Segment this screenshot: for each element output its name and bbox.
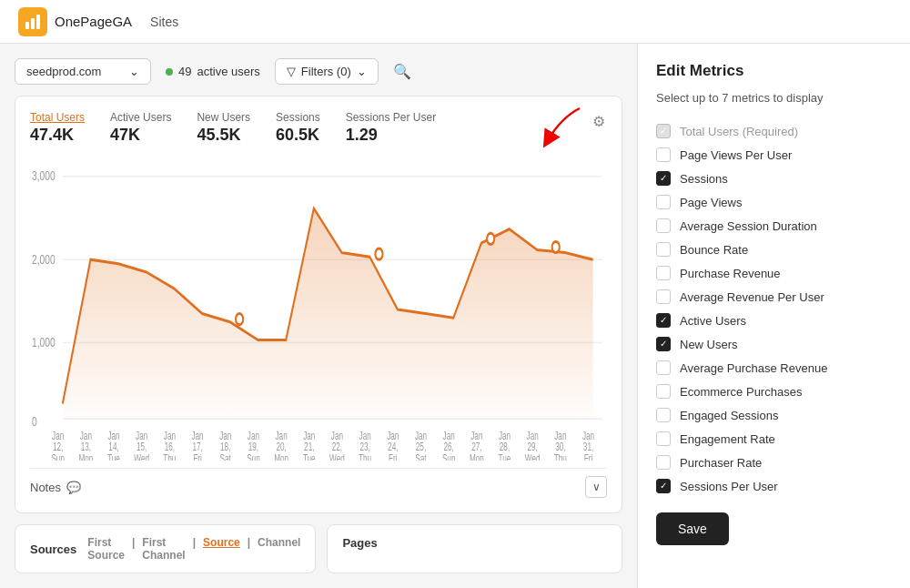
checkbox-15[interactable]: ✓ bbox=[656, 479, 671, 493]
panel-subtitle: Select up to 7 metrics to display bbox=[656, 91, 892, 105]
metric-sessions: Sessions 60.5K bbox=[276, 111, 320, 145]
tab-source[interactable]: Source bbox=[203, 536, 240, 562]
metric-label-total-users: Total Users bbox=[30, 111, 85, 124]
metric-option-11: Ecommerce Purchases bbox=[656, 380, 892, 403]
metric-option-7: Average Revenue Per User bbox=[656, 285, 892, 309]
metric-label-12: Engaged Sessions bbox=[680, 409, 778, 422]
checkbox-5[interactable] bbox=[656, 242, 671, 257]
svg-text:Mon: Mon bbox=[78, 452, 93, 461]
tab-first-channel[interactable]: First Channel bbox=[142, 536, 185, 562]
pages-card: Pages bbox=[327, 524, 622, 573]
svg-point-12 bbox=[375, 248, 382, 259]
metric-new-users: New Users 45.5K bbox=[197, 111, 250, 145]
svg-text:Thu: Thu bbox=[359, 452, 371, 461]
chevron-down-icon: ⌄ bbox=[129, 65, 139, 78]
checkbox-12[interactable] bbox=[656, 408, 671, 422]
metric-value-sessions-per-user: 1.29 bbox=[346, 126, 436, 145]
svg-rect-0 bbox=[25, 22, 29, 29]
logo: OnePageGA bbox=[18, 7, 132, 36]
search-button[interactable]: 🔍 bbox=[393, 63, 411, 80]
checkbox-2[interactable]: ✓ bbox=[656, 171, 671, 186]
svg-text:26,: 26, bbox=[443, 441, 453, 453]
svg-text:25,: 25, bbox=[416, 441, 426, 453]
metric-option-2: ✓Sessions bbox=[656, 167, 892, 190]
metric-label-new-users: New Users bbox=[197, 111, 250, 124]
metric-option-0: ✓Total Users (Required) bbox=[656, 119, 892, 143]
checkbox-9[interactable]: ✓ bbox=[656, 337, 671, 351]
metric-option-9: ✓New Users bbox=[656, 332, 892, 356]
metric-label-14: Purchaser Rate bbox=[680, 456, 762, 470]
metric-label-5: Bounce Rate bbox=[680, 243, 748, 257]
active-users-label: active users bbox=[197, 65, 259, 78]
sources-card: Sources First Source | First Channel | S… bbox=[15, 524, 316, 573]
svg-text:Jan: Jan bbox=[359, 431, 371, 442]
checkbox-10[interactable] bbox=[656, 360, 671, 375]
metric-label-3: Page Views bbox=[680, 196, 742, 209]
svg-text:Jan: Jan bbox=[80, 431, 92, 442]
site-selector[interactable]: seedprod.com ⌄ bbox=[15, 58, 151, 85]
svg-rect-1 bbox=[31, 18, 35, 29]
svg-text:Jan: Jan bbox=[387, 431, 399, 442]
edit-metrics-button[interactable]: ⚙ bbox=[591, 111, 607, 132]
filters-button[interactable]: ▽ Filters (0) ⌄ bbox=[275, 58, 379, 85]
svg-rect-2 bbox=[36, 15, 40, 29]
svg-text:Jan: Jan bbox=[499, 431, 511, 442]
checkbox-8[interactable]: ✓ bbox=[656, 313, 671, 328]
save-button[interactable]: Save bbox=[656, 512, 729, 545]
metric-option-4: Average Session Duration bbox=[656, 214, 892, 238]
svg-text:Sat: Sat bbox=[220, 452, 231, 461]
svg-text:1,000: 1,000 bbox=[32, 334, 56, 350]
active-users-count: 49 bbox=[178, 65, 191, 78]
metric-option-3: Page Views bbox=[656, 190, 892, 214]
notes-label[interactable]: Notes 💬 bbox=[30, 481, 81, 494]
logo-text: OnePageGA bbox=[55, 14, 132, 29]
metric-total-users: Total Users 47.4K bbox=[30, 111, 85, 145]
svg-text:Sun: Sun bbox=[51, 452, 65, 461]
logo-icon bbox=[18, 7, 47, 36]
metric-label-13: Engagement Rate bbox=[680, 432, 775, 446]
svg-text:Jan: Jan bbox=[276, 431, 288, 442]
checkbox-6[interactable] bbox=[656, 266, 671, 280]
svg-text:0: 0 bbox=[32, 413, 37, 430]
filter-icon: ▽ bbox=[287, 65, 296, 78]
metric-option-15: ✓Sessions Per User bbox=[656, 474, 892, 498]
checkbox-14[interactable] bbox=[656, 455, 671, 470]
metric-label-0: Total Users (Required) bbox=[680, 125, 798, 138]
checkbox-11[interactable] bbox=[656, 384, 671, 399]
site-name: seedprod.com bbox=[26, 65, 101, 78]
metric-sessions-per-user: Sessions Per User 1.29 bbox=[346, 111, 436, 145]
svg-text:Wed: Wed bbox=[134, 452, 149, 461]
tab-first-source[interactable]: First Source bbox=[87, 536, 125, 562]
checkbox-13[interactable] bbox=[656, 431, 671, 446]
metric-option-1: Page Views Per User bbox=[656, 143, 892, 167]
metric-option-6: Purchase Revenue bbox=[656, 261, 892, 285]
collapse-button[interactable]: ∨ bbox=[585, 476, 607, 498]
checkbox-7[interactable] bbox=[656, 289, 671, 304]
toolbar: seedprod.com ⌄ 49 active users ▽ Filters… bbox=[15, 58, 622, 85]
header: OnePageGA Sites bbox=[0, 0, 910, 44]
svg-text:23,: 23, bbox=[359, 441, 369, 453]
metrics-list: ✓Total Users (Required)Page Views Per Us… bbox=[656, 119, 892, 498]
tab-channel[interactable]: Channel bbox=[258, 536, 300, 562]
svg-text:Mon: Mon bbox=[470, 452, 484, 461]
svg-text:14,: 14, bbox=[108, 441, 118, 453]
metric-label-11: Ecommerce Purchases bbox=[680, 385, 802, 399]
svg-text:18,: 18, bbox=[220, 441, 230, 453]
pages-title: Pages bbox=[342, 536, 377, 550]
metric-option-8: ✓Active Users bbox=[656, 309, 892, 332]
svg-text:Jan: Jan bbox=[443, 431, 455, 442]
notes-bar: Notes 💬 ∨ bbox=[30, 468, 607, 498]
checkbox-1[interactable] bbox=[656, 147, 671, 162]
checkbox-4[interactable] bbox=[656, 218, 671, 233]
nav-sites[interactable]: Sites bbox=[150, 15, 178, 29]
metric-option-5: Bounce Rate bbox=[656, 238, 892, 261]
svg-text:15,: 15, bbox=[136, 441, 147, 453]
checkbox-3[interactable] bbox=[656, 195, 671, 209]
metric-label-7: Average Revenue Per User bbox=[680, 290, 824, 304]
svg-text:Jan: Jan bbox=[107, 431, 119, 442]
svg-text:Sun: Sun bbox=[247, 452, 260, 461]
metric-label-9: New Users bbox=[680, 338, 738, 351]
svg-text:Jan: Jan bbox=[52, 431, 64, 442]
metric-label-8: Active Users bbox=[680, 314, 746, 328]
sources-title: Sources bbox=[30, 542, 76, 556]
